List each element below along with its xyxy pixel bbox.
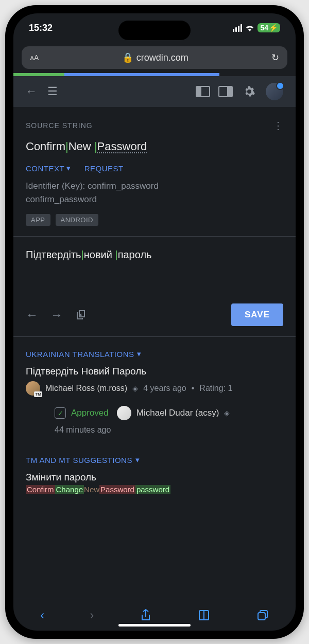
source-string-text: Confirm|New |Password bbox=[13, 140, 296, 164]
gear-icon[interactable] bbox=[243, 85, 255, 98]
user-avatar[interactable] bbox=[266, 83, 283, 100]
back-icon[interactable]: ← bbox=[26, 85, 37, 98]
refresh-icon[interactable]: ↻ bbox=[271, 52, 279, 63]
left-panel-icon[interactable] bbox=[196, 86, 210, 97]
menu-icon[interactable]: ☰ bbox=[47, 85, 58, 98]
url-text: crowdin.com bbox=[136, 52, 188, 63]
browser-forward-icon: › bbox=[90, 608, 94, 622]
suggestion-rating: Rating: 1 bbox=[199, 384, 232, 393]
tag-android[interactable]: ANDROID bbox=[56, 214, 98, 226]
identifier-key: Identifier (Key): confirm_password bbox=[13, 181, 296, 194]
text-size-icon[interactable]: ᴀA bbox=[30, 53, 39, 62]
translations-section-header[interactable]: UKRAINIAN TRANSLATIONS ▾ bbox=[13, 337, 296, 366]
cellular-signal-icon bbox=[233, 24, 242, 32]
status-time: 15:32 bbox=[29, 23, 53, 33]
verified-icon: ◈ bbox=[224, 409, 230, 417]
verified-icon: ◈ bbox=[132, 384, 138, 392]
tm-suggestion-text: Змінити пароль bbox=[26, 472, 283, 483]
context-dropdown[interactable]: CONTEXT ▾ bbox=[26, 164, 71, 173]
copy-source-icon[interactable] bbox=[75, 309, 88, 321]
url-bar[interactable]: ᴀA 🔒 crowdin.com ↻ bbox=[22, 46, 287, 69]
wifi-icon bbox=[245, 24, 254, 31]
prev-string-icon[interactable]: ← bbox=[26, 308, 38, 322]
approver-name: Michael Dudar (acsy) bbox=[136, 408, 219, 418]
translation-input[interactable]: Підтвердіть|новий |пароль bbox=[13, 237, 296, 303]
suggestion-age: 4 years ago bbox=[143, 384, 186, 393]
save-button[interactable]: SAVE bbox=[231, 303, 283, 326]
bookmarks-icon[interactable] bbox=[197, 610, 211, 621]
suggestion-text: Підтвердіть Новий Пароль bbox=[26, 366, 283, 377]
more-options-icon[interactable]: ⋮ bbox=[273, 119, 283, 132]
source-string-label: SOURCE STRING bbox=[26, 121, 93, 130]
tm-diff: ConfirmChange New Passwordpassword bbox=[26, 485, 283, 494]
author-name: Michael Ross (m.ross) bbox=[45, 384, 127, 393]
tag-app[interactable]: APP bbox=[26, 214, 50, 226]
approved-time: 44 minutes ago bbox=[13, 423, 296, 443]
svg-rect-0 bbox=[258, 613, 265, 620]
request-button[interactable]: REQUEST bbox=[84, 164, 124, 173]
battery-indicator: 54⚡ bbox=[258, 23, 280, 32]
next-string-icon[interactable]: → bbox=[50, 308, 63, 322]
app-header: ← ☰ bbox=[13, 76, 296, 107]
approved-check-icon[interactable]: ✓ bbox=[55, 407, 66, 419]
home-indicator[interactable] bbox=[118, 624, 191, 627]
lock-icon: 🔒 bbox=[122, 52, 133, 63]
identifier-value: confirm_password bbox=[13, 194, 296, 208]
tabs-icon[interactable] bbox=[256, 609, 269, 621]
approved-row: ✓ Approved Michael Dudar (acsy) ◈ bbox=[13, 402, 296, 423]
browser-back-icon[interactable]: ‹ bbox=[40, 608, 44, 622]
right-panel-icon[interactable] bbox=[218, 86, 233, 97]
approver-avatar bbox=[117, 406, 131, 420]
translation-suggestion[interactable]: Підтвердіть Новий Пароль Michael Ross (m… bbox=[13, 366, 296, 402]
share-icon[interactable] bbox=[140, 609, 152, 622]
tm-section-header[interactable]: TM AND MT SUGGESTIONS ▾ bbox=[13, 443, 296, 472]
author-avatar bbox=[26, 381, 40, 396]
tm-suggestion[interactable]: Змінити пароль ConfirmChange New Passwor… bbox=[13, 472, 296, 495]
approved-label: Approved bbox=[71, 408, 109, 418]
